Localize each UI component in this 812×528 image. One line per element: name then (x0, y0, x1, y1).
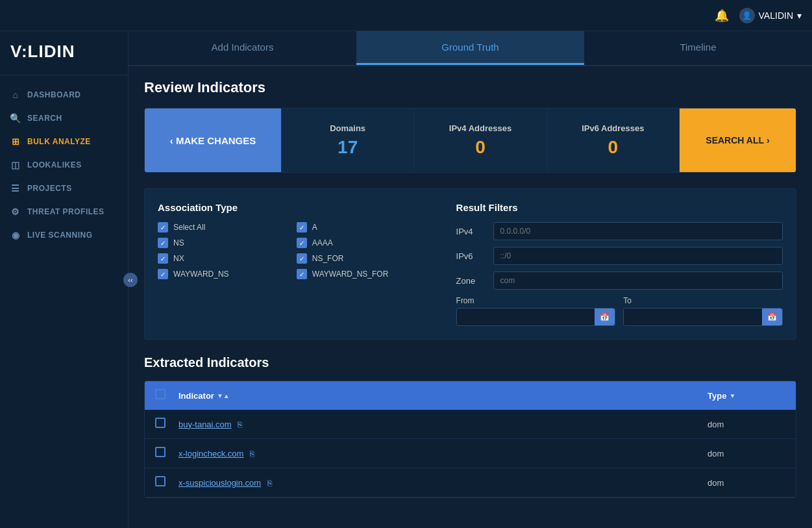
checkbox-ns-for-label: NS_FOR (312, 254, 344, 263)
zone-filter-input[interactable] (493, 271, 783, 290)
checkbox-a[interactable]: A (297, 222, 430, 233)
checkbox-ns-for-input[interactable] (297, 253, 307, 264)
column-header-type: Type ▼ (707, 391, 785, 401)
from-date-input[interactable] (457, 308, 595, 325)
chevron-right-icon: › (767, 135, 770, 145)
top-bar: 🔔 👤 VALIDIN ▾ (0, 0, 812, 31)
copy-icon-1[interactable]: ⎘ (250, 449, 254, 459)
search-all-button[interactable]: SEARCH ALL › (679, 108, 796, 172)
indicator-sort-icon[interactable]: ▼▲ (217, 392, 230, 399)
ipv6-filter-row: IPv6 (456, 247, 783, 265)
select-all-checkbox[interactable] (155, 389, 166, 399)
indicator-link-1[interactable]: x-logincheck.com (178, 449, 243, 459)
checkbox-a-label: A (312, 223, 317, 232)
checkbox-select-all[interactable]: Select All (158, 222, 291, 233)
make-changes-button[interactable]: ‹ MAKE CHANGES (145, 108, 281, 172)
tabs-bar: Add Indicators Ground Truth Timeline (129, 31, 812, 66)
row-checkbox-1[interactable] (155, 447, 168, 460)
table-row: x-suspiciouslogin.com ⎘ dom (145, 468, 796, 497)
logo-v-char: V (10, 42, 21, 61)
stat-ipv6-value: 0 (608, 137, 619, 158)
checkbox-select-all-input[interactable] (158, 222, 168, 233)
checkbox-wayward-ns-for-input[interactable] (297, 269, 307, 279)
row-type-2: dom (707, 478, 785, 488)
nav-items: ⌂ DASHBOARD 🔍 SEARCH ⊞ BULK ANALYZE ◫ LO… (0, 75, 128, 255)
table-header: Indicator ▼▲ Type ▼ (145, 381, 796, 410)
checkbox-wayward-ns[interactable]: WAYWARD_NS (158, 269, 291, 279)
from-date-wrap: 📅 (456, 308, 616, 326)
sidebar-item-label: LOOKALIKES (27, 160, 82, 170)
sidebar-item-search[interactable]: 🔍 SEARCH (0, 107, 128, 130)
row-type-0: dom (707, 420, 785, 429)
stat-ipv4-label: IPv4 Addresses (449, 123, 511, 133)
checkbox-aaaa-input[interactable] (297, 238, 307, 248)
zone-filter-row: Zone (456, 271, 783, 290)
result-filters-title: Result Filters (456, 202, 783, 213)
checkbox-ns-input[interactable] (158, 238, 168, 248)
stat-ipv4: IPv4 Addresses 0 (413, 108, 546, 172)
main-layout: V:LIDIN ⌂ DASHBOARD 🔍 SEARCH ⊞ BULK ANAL… (0, 31, 812, 528)
sidebar-item-label: BULK ANALYZE (27, 137, 91, 146)
checkbox-aaaa-label: AAAA (312, 238, 333, 247)
stat-domains-label: Domains (330, 123, 365, 133)
copy-icon-0[interactable]: ⎘ (238, 420, 242, 429)
ipv4-filter-input[interactable] (493, 222, 783, 240)
from-date-group: From 📅 (456, 296, 616, 326)
user-menu[interactable]: 👤 VALIDIN ▾ (739, 8, 802, 23)
dropdown-icon: ▾ (797, 10, 802, 21)
notification-icon[interactable]: 🔔 (715, 8, 729, 23)
row-checkbox-0[interactable] (155, 418, 168, 431)
sidebar-item-dashboard[interactable]: ⌂ DASHBOARD (0, 83, 128, 107)
sidebar-item-projects[interactable]: ☰ PROJECTS (0, 177, 128, 200)
tab-ground-truth[interactable]: Ground Truth (356, 31, 584, 65)
checkbox-a-input[interactable] (297, 222, 307, 233)
tab-add-indicators[interactable]: Add Indicators (129, 31, 356, 65)
projects-icon: ☰ (10, 183, 21, 194)
sidebar-item-threat-profiles[interactable]: ⚙ THREAT PROFILES (0, 200, 128, 223)
sidebar-item-lookalikes[interactable]: ◫ LOOKALIKES (0, 153, 128, 177)
checkbox-ns[interactable]: NS (158, 238, 291, 248)
type-sort-icon[interactable]: ▼ (729, 392, 735, 399)
indicator-link-2[interactable]: x-suspiciouslogin.com (178, 478, 261, 488)
to-date-group: To 📅 (623, 296, 783, 326)
user-icon: 👤 (739, 8, 755, 23)
checkbox-wayward-ns-for[interactable]: WAYWARD_NS_FOR (297, 269, 430, 279)
ipv4-filter-row: IPv4 (456, 222, 783, 240)
checkbox-col1: Select All NS NX (158, 222, 291, 279)
content-area: Review Indicators ‹ MAKE CHANGES Domains… (129, 66, 812, 528)
copy-icon-2[interactable]: ⎘ (267, 479, 272, 488)
lookalikes-icon: ◫ (10, 160, 21, 170)
row-indicator-2: x-suspiciouslogin.com ⎘ (178, 478, 697, 488)
ipv6-filter-input[interactable] (493, 247, 783, 265)
checkbox-ns-for[interactable]: NS_FOR (297, 253, 430, 264)
row-checkbox-2[interactable] (155, 476, 168, 489)
search-icon: 🔍 (10, 113, 21, 123)
stat-domains: Domains 17 (281, 108, 413, 172)
dashboard-icon: ⌂ (10, 90, 21, 100)
ipv6-filter-label: IPv6 (456, 251, 486, 261)
to-date-wrap: 📅 (623, 308, 783, 326)
sidebar-item-live-scanning[interactable]: ◉ LIVE SCANNING (0, 223, 128, 247)
to-date-input[interactable] (624, 308, 762, 325)
column-header-indicator: Indicator ▼▲ (178, 391, 697, 401)
row-indicator-0: buy-tanai.com ⎘ (178, 420, 697, 429)
checkbox-select-all-label: Select All (173, 223, 205, 232)
stat-ipv4-value: 0 (475, 137, 486, 158)
indicator-link-0[interactable]: buy-tanai.com (178, 420, 232, 429)
tab-timeline[interactable]: Timeline (584, 31, 812, 65)
stats-row: ‹ MAKE CHANGES Domains 17 IPv4 Addresses… (144, 108, 796, 173)
logo-rest: :LIDIN (21, 42, 75, 61)
checkbox-nx[interactable]: NX (158, 253, 291, 264)
sidebar-collapse-button[interactable]: ‹‹ (123, 273, 138, 287)
from-calendar-button[interactable]: 📅 (595, 308, 615, 325)
checkbox-wayward-ns-input[interactable] (158, 269, 168, 279)
to-calendar-button[interactable]: 📅 (762, 308, 782, 325)
checkbox-nx-input[interactable] (158, 253, 168, 264)
from-date-label: From (456, 296, 616, 305)
stat-domains-value: 17 (338, 137, 358, 158)
sidebar: V:LIDIN ⌂ DASHBOARD 🔍 SEARCH ⊞ BULK ANAL… (0, 31, 129, 528)
header-checkbox[interactable] (155, 389, 168, 402)
main-content: Add Indicators Ground Truth Timeline Rev… (129, 31, 812, 528)
sidebar-item-bulk-analyze[interactable]: ⊞ BULK ANALYZE (0, 130, 128, 153)
checkbox-aaaa[interactable]: AAAA (297, 238, 430, 248)
